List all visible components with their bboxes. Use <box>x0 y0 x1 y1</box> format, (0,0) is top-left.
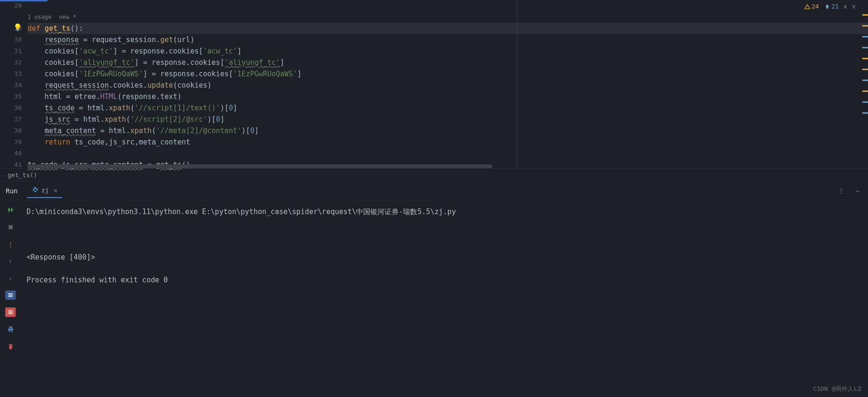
code-line[interactable]: html = etree.HTML(response.text) <box>27 91 868 102</box>
run-tab[interactable]: zj × <box>27 183 62 198</box>
usages-hint[interactable]: 1 usage <box>27 14 52 20</box>
console-area: ⋮ ↑ ↓ D:\miniconda3\envs\python3.11\pyth… <box>0 200 868 380</box>
run-title: Run <box>6 187 21 195</box>
stop-button[interactable] <box>5 222 16 232</box>
run-tab-label: zj <box>41 187 49 194</box>
line-number[interactable]: 39 <box>0 136 22 148</box>
code-line[interactable]: js_src = html.xpath('//script[2]/@src')[… <box>27 114 868 125</box>
up-stack-icon[interactable]: ↑ <box>5 256 16 266</box>
code-line[interactable]: meta_content = html.xpath('//meta[2]/@co… <box>27 125 868 136</box>
line-number[interactable]: 30 <box>0 34 22 45</box>
print-icon[interactable] <box>5 325 16 334</box>
line-number[interactable]: 28 <box>0 0 22 11</box>
warning-icon <box>804 3 811 10</box>
stripe-mark[interactable] <box>862 90 868 92</box>
code-column[interactable]: 💡 1 usagenew *def get_ts(): response = r… <box>27 0 868 168</box>
line-number[interactable]: 35 <box>0 91 22 102</box>
stripe-mark[interactable] <box>862 25 868 27</box>
line-number[interactable]: 32 <box>0 57 22 68</box>
line-number[interactable]: 31 <box>0 45 22 57</box>
code-line[interactable] <box>27 148 868 159</box>
stripe-mark[interactable] <box>862 14 868 16</box>
more-actions-icon[interactable]: ⋮ <box>5 239 16 249</box>
line-number[interactable]: 38 <box>0 125 22 136</box>
soft-wrap-button[interactable] <box>5 290 16 300</box>
svg-rect-0 <box>9 225 13 229</box>
minimize-icon[interactable]: — <box>853 187 862 194</box>
line-number[interactable]: 33 <box>0 68 22 80</box>
output-line: Process finished with exit code 0 <box>27 276 168 284</box>
line-number[interactable]: 37 <box>0 114 22 125</box>
code-line[interactable]: cookies['aliyungf_tc'] = response.cookie… <box>27 57 868 68</box>
editor-area: 2829303132333435363738394041 💡 1 usagene… <box>0 0 868 168</box>
stripe-mark[interactable] <box>862 36 868 37</box>
line-number[interactable]: 36 <box>0 102 22 114</box>
python-file-icon <box>32 186 38 194</box>
stripe-mark[interactable] <box>862 112 868 114</box>
code-line[interactable]: return ts_code,js_src,meta_content <box>27 136 868 148</box>
output-line: D:\miniconda3\envs\python3.11\python.exe… <box>27 208 456 216</box>
inspection-indicators[interactable]: 24 21 ∧ ∨ <box>804 3 856 10</box>
console-toolbar: ⋮ ↑ ↓ <box>0 200 21 380</box>
line-number[interactable]: 40 <box>0 148 22 159</box>
run-tool-header: Run zj × ⋮ — <box>0 181 868 200</box>
stripe-mark[interactable] <box>862 47 868 48</box>
line-number[interactable]: 34 <box>0 80 22 91</box>
prev-highlight-icon[interactable]: ∧ <box>843 3 847 10</box>
code-line[interactable]: response = request_session.get(url) <box>27 34 868 45</box>
stripe-mark[interactable] <box>862 69 868 70</box>
inlay-hints[interactable]: 1 usagenew * <box>27 11 868 23</box>
stripe-mark[interactable] <box>862 80 868 81</box>
console-output[interactable]: D:\miniconda3\envs\python3.11\python.exe… <box>21 200 868 380</box>
breadcrumb-item[interactable]: get_ts() <box>8 171 37 179</box>
close-tab-icon[interactable]: × <box>54 187 57 194</box>
code-line[interactable] <box>27 0 868 11</box>
code-line[interactable]: def get_ts(): <box>27 23 868 34</box>
code-line[interactable]: request_session.cookies.update(cookies) <box>27 80 868 91</box>
code-line[interactable]: cookies['1EzPGwRUoQaWS'] = response.cook… <box>27 68 868 80</box>
next-highlight-icon[interactable]: ∨ <box>852 3 856 10</box>
scroll-to-end-button[interactable] <box>5 307 16 317</box>
horizontal-scrollbar[interactable] <box>27 164 492 168</box>
code-line[interactable]: cookies['acw_tc'] = response.cookies['ac… <box>27 45 868 57</box>
weak-warning-icon <box>824 3 831 10</box>
line-number[interactable]: 41 <box>0 159 22 171</box>
code-line[interactable]: ts_code = html.xpath('//script[1]/text()… <box>27 102 868 114</box>
clear-all-icon[interactable] <box>5 342 16 351</box>
stripe-mark[interactable] <box>862 58 868 59</box>
output-line: <Response [400]> <box>27 253 95 262</box>
intention-bulb-icon[interactable]: 💡 <box>13 23 22 32</box>
stripe-mark[interactable] <box>862 101 868 103</box>
watermark: CSDN @局外人LZ <box>813 385 861 393</box>
run-menu-icon[interactable]: ⋮ <box>835 187 847 194</box>
down-stack-icon[interactable]: ↓ <box>5 273 16 283</box>
rerun-button[interactable] <box>5 205 16 215</box>
weak-warnings-count[interactable]: 21 <box>824 3 839 10</box>
warnings-count[interactable]: 24 <box>804 3 819 10</box>
error-stripe[interactable] <box>862 14 868 123</box>
vcs-new-hint[interactable]: new * <box>59 14 76 20</box>
right-margin-line <box>517 0 517 168</box>
